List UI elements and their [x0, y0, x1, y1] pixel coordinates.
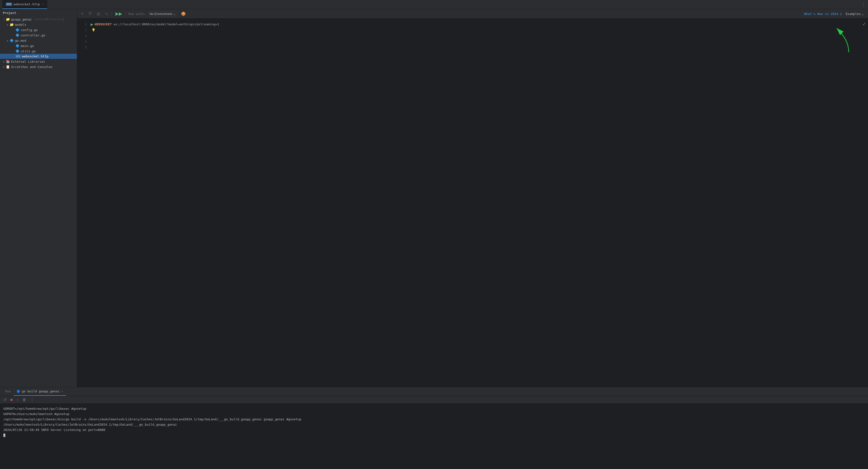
restart-button[interactable]: ↺: [2, 397, 7, 403]
api-badge: API: [6, 3, 12, 6]
split-button[interactable]: ⊡: [96, 11, 101, 17]
tab-close-button[interactable]: ×: [42, 3, 44, 6]
console-line-1: GOROOT=/opt/homebrew/opt/go/libexec #gos…: [3, 406, 865, 411]
sidebar-chevron-icon[interactable]: ⌄: [18, 11, 19, 14]
layout-icon: ⤡: [105, 11, 108, 16]
cookies-button[interactable]: 🍪: [180, 11, 187, 17]
go-file-icon: 🔷: [16, 28, 20, 32]
sidebar-item-controller[interactable]: 🔷 controller.go: [0, 33, 77, 38]
history-icon: ⏱: [88, 11, 92, 16]
line-number-4: 4: [77, 39, 87, 44]
sidebar-item-gomod[interactable]: ▶ 🔷 go.mod: [0, 38, 77, 43]
gobuild-tab-close[interactable]: ×: [61, 390, 63, 393]
bottom-tab-bar: Run 🔵 go build goapp_genai ×: [0, 387, 868, 396]
sidebar-project-label: Project: [3, 11, 16, 15]
code-line-2: 💡: [91, 27, 868, 33]
tab-filename: websocket.http: [13, 2, 40, 6]
tree-label: utils.go: [21, 50, 36, 53]
console-cursor-line: [3, 433, 865, 438]
go-file-icon: 🔷: [10, 38, 14, 42]
tree-label: External Libraries: [11, 60, 45, 63]
tree-label: Scratches and Consoles: [11, 65, 53, 69]
tree-label: websocket.http: [22, 55, 49, 58]
console-line-4: /Users/mukulmantosh/Library/Caches/JetBr…: [3, 422, 865, 427]
code-line-5: [91, 44, 868, 51]
sidebar-item-maingo[interactable]: 🔷 main.go: [0, 43, 77, 49]
api-badge-icon: API: [16, 55, 21, 58]
console-cursor: [3, 434, 5, 437]
tab-websocket[interactable]: API websocket.http ×: [2, 0, 47, 9]
console-line-5: 2024/07/26 21:58:49 INFO Server Listenin…: [3, 427, 865, 433]
line-number-3: 3: [77, 33, 87, 39]
more-options-icon[interactable]: ⋮: [861, 2, 866, 7]
whats-new-link[interactable]: What's New in 2024.1: [804, 12, 842, 15]
sidebar-item-models[interactable]: ▶ 📁 models: [0, 22, 77, 27]
split-icon: ⊡: [97, 11, 100, 16]
console-output[interactable]: GOROOT=/opt/homebrew/opt/go/libexec #gos…: [0, 404, 868, 469]
editor-area: + ⏱ ⊡ ⤡ ▶▶ Run with: No Environment ⌄ 🍪: [77, 9, 868, 387]
editor-code[interactable]: ▶ WEBSOCKET ws://localhost:8080/ws/model…: [89, 19, 868, 387]
bottom-panel: Run 🔵 go build goapp_genai × ↺ ■ ↕ 🗑 ⋮ G…: [0, 387, 868, 469]
env-chevron-icon: ⌄: [173, 12, 176, 15]
trash-button[interactable]: 🗑: [22, 397, 27, 403]
run-with-label: Run with:: [128, 12, 145, 15]
bottom-tab-gobuild[interactable]: 🔵 go build goapp_genai ×: [14, 387, 66, 396]
sidebar-item-websocket[interactable]: API websocket.http: [0, 54, 77, 59]
project-name: goapp_genai: [11, 18, 32, 21]
sidebar-item-utils[interactable]: 🔷 utils.go: [0, 49, 77, 54]
run-request-button[interactable]: ▶: [91, 23, 93, 26]
layout-button[interactable]: ⤡: [104, 11, 109, 17]
console-line-2: GOPATH=/Users/mukulmantosh #gosetup: [3, 411, 865, 417]
toolbar-separator: [112, 11, 112, 16]
sidebar-item-scratches[interactable]: ▶ 📋 Scratches and Consoles: [0, 64, 77, 69]
tree-label: controller.go: [21, 33, 45, 37]
websocket-keyword: WEBSOCKET: [95, 22, 112, 27]
line-number-2: 2: [77, 27, 87, 33]
library-icon: 📚: [6, 60, 10, 63]
environment-selector[interactable]: No Environment ⌄: [148, 11, 177, 17]
sidebar-item-project-root[interactable]: ▾ 📁 goapp_genai ~/GolandProjects/g: [0, 17, 77, 22]
go-file-icon: 🔷: [16, 49, 20, 53]
folder-icon: 📁: [10, 23, 14, 27]
stop-button[interactable]: ■: [9, 397, 14, 403]
http-toolbar: + ⏱ ⊡ ⤡ ▶▶ Run with: No Environment ⌄ 🍪: [77, 9, 868, 19]
go-file-icon: 🔷: [16, 33, 20, 37]
examples-chevron-icon: ⌄: [862, 12, 864, 15]
examples-button[interactable]: Examples ⌄: [844, 11, 865, 16]
arrow-icon: ▶: [2, 60, 6, 63]
more-button[interactable]: ⋮: [29, 397, 35, 403]
project-path: ~/GolandProjects/g: [33, 18, 64, 21]
sidebar-item-external-libraries[interactable]: ▶ 📚 External Libraries: [0, 59, 77, 64]
folder-icon: 📁: [6, 18, 10, 21]
tree-label: main.go: [21, 44, 34, 48]
line-number-5: 5: [77, 44, 87, 51]
tree-label: config.go: [21, 28, 38, 32]
run-tab-label: Run: [5, 389, 11, 393]
bottom-toolbar: ↺ ■ ↕ 🗑 ⋮: [0, 396, 868, 404]
gobuild-tab-label: go build goapp_genai: [22, 389, 60, 393]
environment-label: No Environment: [150, 12, 172, 15]
line-numbers: 1 2 3 4 5: [77, 19, 89, 387]
main-layout: Project ⌄ ▾ 📁 goapp_genai ~/GolandProjec…: [0, 9, 868, 387]
arrow-icon: ▾: [2, 18, 6, 21]
scroll-button[interactable]: ↕: [16, 397, 20, 403]
check-icon: ✓: [863, 21, 866, 27]
code-line-3: [91, 33, 868, 39]
arrow-icon: ▶: [2, 66, 6, 68]
history-button[interactable]: ⏱: [87, 11, 93, 17]
add-request-button[interactable]: +: [80, 11, 85, 17]
run-all-button[interactable]: ▶▶: [114, 10, 123, 17]
tree-label: go.mod: [15, 39, 26, 42]
go-file-icon: 🔷: [16, 44, 20, 48]
bottom-tab-run-label[interactable]: Run: [2, 387, 14, 396]
line-number-1: 1: [77, 22, 87, 27]
code-line-1: ▶ WEBSOCKET ws://localhost:8080/ws/model…: [91, 22, 868, 27]
toolbar-separator-2: [126, 11, 126, 16]
examples-label: Examples: [846, 12, 861, 15]
sidebar-item-config[interactable]: 🔷 config.go: [0, 27, 77, 33]
arrow-icon: ▶: [6, 39, 10, 42]
websocket-url: ws://localhost:8080/ws/model?model=anthr…: [114, 22, 219, 27]
sidebar-header: Project ⌄: [0, 9, 77, 17]
tab-bar: API websocket.http ×: [2, 0, 47, 9]
title-bar: API websocket.http × ⋮: [0, 0, 868, 9]
